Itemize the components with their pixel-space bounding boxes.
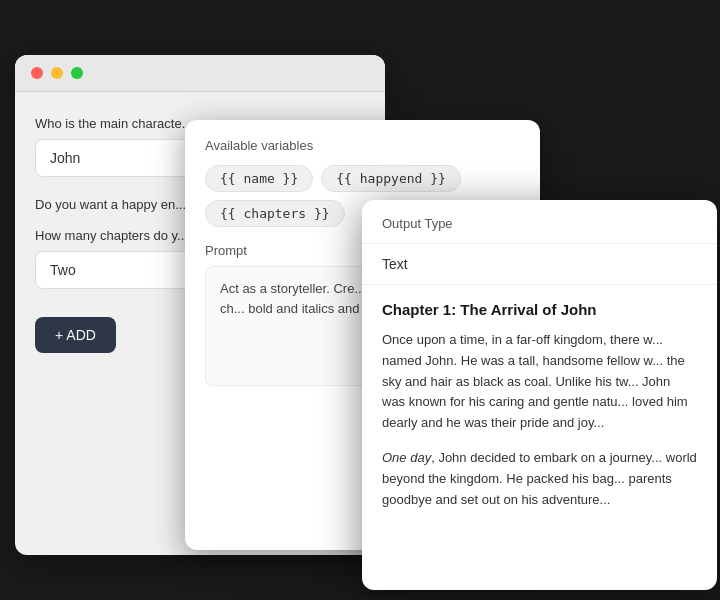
chapter-title: Chapter 1: The Arrival of John: [382, 301, 697, 318]
output-type-header: Output Type: [362, 200, 717, 244]
window-right: Output Type Text Chapter 1: The Arrival …: [362, 200, 717, 590]
title-bar: [15, 55, 385, 92]
story-paragraph-1: Once upon a time, in a far-off kingdom, …: [382, 330, 697, 434]
available-variables-title: Available variables: [185, 120, 540, 165]
minimize-icon[interactable]: [51, 67, 63, 79]
italic-text: One day: [382, 450, 431, 465]
variable-tag-happyend[interactable]: {{ happyend }}: [321, 165, 461, 192]
variable-tag-chapters[interactable]: {{ chapters }}: [205, 200, 345, 227]
add-button[interactable]: + ADD: [35, 317, 116, 353]
output-type-value[interactable]: Text: [362, 244, 717, 285]
story-paragraph-2: One day, John decided to embark on a jou…: [382, 448, 697, 510]
maximize-icon[interactable]: [71, 67, 83, 79]
close-icon[interactable]: [31, 67, 43, 79]
variable-tag-name[interactable]: {{ name }}: [205, 165, 313, 192]
story-content: Chapter 1: The Arrival of John Once upon…: [362, 285, 717, 585]
